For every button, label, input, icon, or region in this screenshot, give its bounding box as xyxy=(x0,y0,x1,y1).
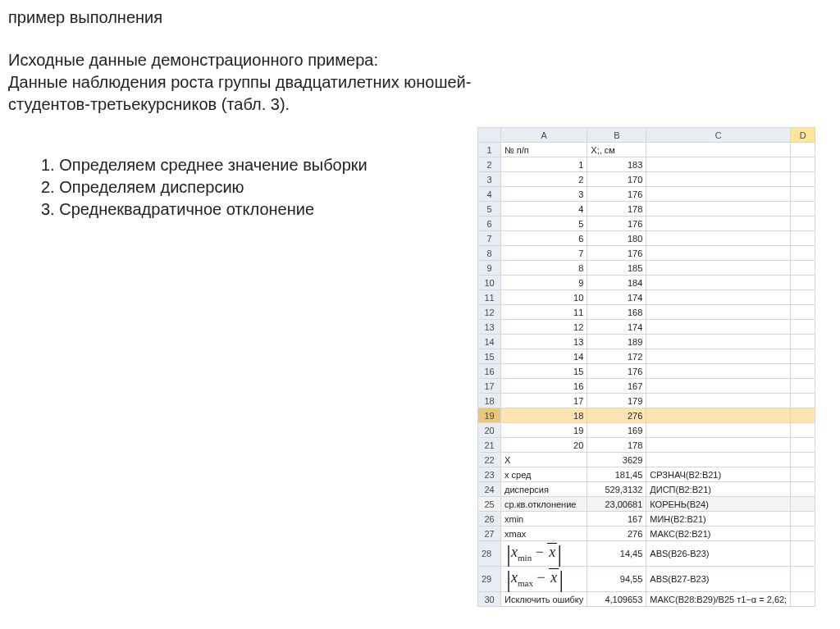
cell[interactable] xyxy=(646,276,791,290)
cell[interactable]: 19 xyxy=(501,423,587,438)
table-row[interactable]: 21183 xyxy=(478,157,815,172)
row-header[interactable]: 14 xyxy=(478,335,501,349)
row-header[interactable]: 7 xyxy=(478,231,501,246)
cell[interactable]: x сред xyxy=(501,467,587,482)
col-header-D[interactable]: D xyxy=(791,128,815,143)
cell[interactable]: 13 xyxy=(501,335,587,349)
cell[interactable] xyxy=(646,217,791,231)
row-header[interactable]: 20 xyxy=(478,423,501,438)
row-header[interactable]: 16 xyxy=(478,364,501,379)
cell[interactable] xyxy=(791,231,815,246)
cell[interactable] xyxy=(791,567,815,592)
cell[interactable] xyxy=(791,157,815,172)
table-row[interactable]: 30 Исключить ошибку 4,109653 МАКС(B28:B2… xyxy=(478,592,815,607)
cell[interactable]: 2 xyxy=(501,172,587,187)
table-row[interactable]: 76180 xyxy=(478,231,815,246)
table-row[interactable]: 1211168 xyxy=(478,305,815,320)
row-header[interactable]: 1 xyxy=(478,143,501,157)
cell[interactable]: 20 xyxy=(501,438,587,453)
cell[interactable]: 94,55 xyxy=(587,567,646,592)
cell[interactable]: 16 xyxy=(501,379,587,394)
cell[interactable]: 183 xyxy=(587,157,646,172)
cell[interactable] xyxy=(791,379,815,394)
row-header[interactable]: 4 xyxy=(478,187,501,202)
cell[interactable] xyxy=(791,364,815,379)
row-header[interactable]: 9 xyxy=(478,261,501,276)
table-row[interactable]: 27 xmax 276 МАКС(B2:B21) xyxy=(478,526,815,541)
cell[interactable]: 168 xyxy=(587,305,646,320)
cell[interactable] xyxy=(791,320,815,335)
cell[interactable]: 167 xyxy=(587,512,646,526)
cell[interactable]: ДИСП(B2:B21) xyxy=(646,482,791,497)
cell[interactable]: 180 xyxy=(587,231,646,246)
cell[interactable] xyxy=(791,423,815,438)
cell[interactable]: 18 xyxy=(501,408,587,423)
cell[interactable]: 23,00681 xyxy=(587,497,646,512)
row-header[interactable]: 6 xyxy=(478,217,501,231)
row-header[interactable]: 2 xyxy=(478,157,501,172)
row-header[interactable]: 25 xyxy=(478,497,501,512)
cell[interactable] xyxy=(646,143,791,157)
table-row[interactable]: 1514172 xyxy=(478,349,815,364)
row-header[interactable]: 28 xyxy=(478,541,501,567)
cell[interactable]: X xyxy=(501,453,587,467)
cell[interactable] xyxy=(791,394,815,408)
cell[interactable]: 176 xyxy=(587,187,646,202)
row-header[interactable]: 17 xyxy=(478,379,501,394)
cell[interactable]: 276 xyxy=(587,408,646,423)
cell[interactable]: 11 xyxy=(501,305,587,320)
cell[interactable]: 174 xyxy=(587,290,646,305)
cell[interactable] xyxy=(791,202,815,217)
table-row[interactable]: 43176 xyxy=(478,187,815,202)
cell[interactable]: МАКС(B28:B29)/B25 т1−α = 2,62; xyxy=(646,592,791,607)
row-header[interactable]: 21 xyxy=(478,438,501,453)
cell[interactable] xyxy=(791,438,815,453)
table-row[interactable]: 1413189 xyxy=(478,335,815,349)
cell[interactable] xyxy=(791,276,815,290)
table-row[interactable]: 1615176 xyxy=(478,364,815,379)
cell[interactable] xyxy=(646,379,791,394)
cell[interactable]: 167 xyxy=(587,379,646,394)
cell[interactable]: МИН(B2:B21) xyxy=(646,512,791,526)
cell[interactable] xyxy=(791,335,815,349)
cell[interactable]: 176 xyxy=(587,217,646,231)
cell[interactable]: № п/п xyxy=(501,143,587,157)
cell[interactable]: 8 xyxy=(501,261,587,276)
cell[interactable] xyxy=(646,246,791,261)
cell[interactable] xyxy=(646,305,791,320)
row-header[interactable]: 12 xyxy=(478,305,501,320)
cell[interactable]: 181,45 xyxy=(587,467,646,482)
table-row[interactable]: 54178 xyxy=(478,202,815,217)
cell[interactable]: 1 xyxy=(501,157,587,172)
table-row[interactable]: 1 № п/п X;, см xyxy=(478,143,815,157)
cell[interactable] xyxy=(791,592,815,607)
cell[interactable]: 17 xyxy=(501,394,587,408)
row-header[interactable]: 23 xyxy=(478,467,501,482)
cell[interactable]: xmax xyxy=(501,526,587,541)
table-row[interactable]: 2019169 xyxy=(478,423,815,438)
row-header[interactable]: 22 xyxy=(478,453,501,467)
cell[interactable]: 174 xyxy=(587,320,646,335)
cell[interactable]: ABS(B27-B23) xyxy=(646,567,791,592)
table-row[interactable]: 28 |xmin − x| 14,45 ABS(B26-B23) xyxy=(478,541,815,567)
cell[interactable]: 169 xyxy=(587,423,646,438)
cell[interactable] xyxy=(791,305,815,320)
cell[interactable] xyxy=(646,320,791,335)
cell[interactable]: 178 xyxy=(587,202,646,217)
cell[interactable]: 6 xyxy=(501,231,587,246)
cell[interactable] xyxy=(791,143,815,157)
table-row[interactable]: 26 xmin 167 МИН(B2:B21) xyxy=(478,512,815,526)
cell[interactable]: 170 xyxy=(587,172,646,187)
table-row[interactable]: 1716167 xyxy=(478,379,815,394)
cell[interactable]: 185 xyxy=(587,261,646,276)
cell[interactable]: 3 xyxy=(501,187,587,202)
cell[interactable] xyxy=(791,172,815,187)
table-row[interactable]: 22 X 3629 xyxy=(478,453,815,467)
cell-formula-image[interactable]: |xmin − x| xyxy=(501,541,587,567)
cell[interactable]: 189 xyxy=(587,335,646,349)
cell[interactable] xyxy=(646,187,791,202)
row-header[interactable]: 8 xyxy=(478,246,501,261)
cell[interactable]: 3629 xyxy=(587,453,646,467)
cell[interactable] xyxy=(646,453,791,467)
row-header[interactable]: 29 xyxy=(478,567,501,592)
